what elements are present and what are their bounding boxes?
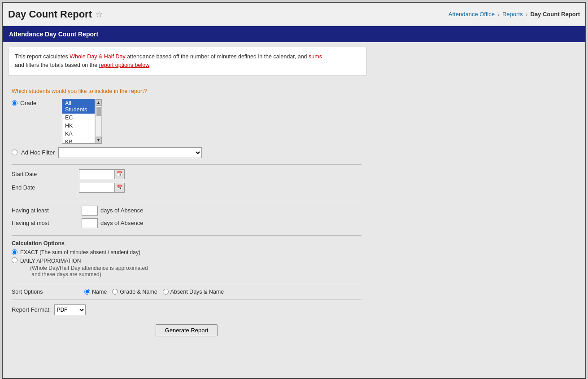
desc-highlight-2: sums [309, 53, 322, 60]
sort-grade-name-option: Grade & Name [112, 289, 157, 295]
desc-text-2: attendance based off the number of minut… [126, 53, 309, 60]
calc-section: Calculation Options EXACT (The sum of mi… [12, 236, 362, 284]
sort-absent-name-option: Absent Days & Name [163, 289, 224, 295]
format-row: Report Format: PDF CSV HTML [12, 304, 362, 315]
start-date-input[interactable] [79, 169, 115, 179]
desc-highlight-3: report options below [99, 62, 149, 68]
breadcrumb-sep-1: › [497, 10, 500, 18]
having-at-least-label: Having at least [12, 207, 79, 214]
end-date-input[interactable] [79, 183, 115, 193]
daily-approx-sub: (Whole Day/Half Day attendance is approx… [30, 265, 148, 278]
scroll-track [96, 106, 102, 137]
adhoc-radio[interactable] [12, 150, 17, 155]
grade-listbox-wrapper: All Students EC HK KA KB ▲ ▼ [62, 99, 102, 144]
end-date-calendar-btn[interactable]: 📅 [115, 183, 125, 193]
list-item[interactable]: EC [62, 114, 95, 122]
having-at-most-row: Having at most days of Absence [12, 218, 362, 228]
having-at-least-input[interactable] [82, 206, 98, 216]
daily-approx-radio[interactable] [12, 257, 17, 263]
exact-label[interactable]: EXACT (The sum of minutes absent / stude… [20, 249, 140, 256]
grade-radio-label[interactable]: Grade [20, 100, 36, 106]
start-date-calendar-btn[interactable]: 📅 [115, 169, 125, 179]
desc-text-4: . [149, 62, 151, 68]
having-at-least-suffix: days of Absence [100, 207, 143, 214]
having-at-most-label: Having at most [12, 220, 79, 226]
adhoc-radio-label[interactable]: Ad Hoc Filter [21, 149, 55, 156]
description-box: This report calculates Whole Day & Half … [8, 47, 367, 75]
form-area: Which students would you like to include… [3, 80, 370, 345]
sort-row: Sort Options Name Grade & Name Absent Da… [12, 289, 362, 295]
scroll-thumb [96, 107, 101, 116]
generate-report-button[interactable]: Generate Report [156, 324, 218, 336]
student-selection-section: Which students would you like to include… [12, 84, 362, 165]
scroll-down-btn[interactable]: ▼ [96, 137, 102, 143]
sort-name-radio[interactable] [84, 289, 90, 295]
daily-approx-label[interactable]: DAILY APPROXIMATION [20, 258, 81, 264]
grade-radio[interactable] [12, 100, 17, 106]
star-icon[interactable]: ☆ [96, 9, 103, 19]
breadcrumb-current: Day Count Report [531, 11, 580, 18]
outer-border: Day Count Report ☆ Attendance Office › R… [2, 2, 586, 379]
breadcrumb: Attendance Office › Reports › Day Count … [449, 10, 580, 18]
generate-area: Generate Report [12, 324, 362, 336]
format-select[interactable]: PDF CSV HTML [54, 304, 86, 315]
format-label: Report Format: [12, 306, 51, 313]
having-at-most-input[interactable] [82, 218, 98, 228]
exact-radio[interactable] [12, 249, 17, 255]
listbox-scrollbar[interactable]: ▲ ▼ [95, 99, 102, 143]
list-item[interactable]: All Students [62, 99, 95, 114]
breadcrumb-reports[interactable]: Reports [502, 11, 523, 18]
date-section: Start Date 📅 End Date 📅 [12, 165, 362, 201]
page-title-area: Day Count Report ☆ [8, 9, 103, 20]
sort-options-label: Sort Options [12, 289, 79, 295]
having-at-most-suffix: days of Absence [100, 220, 143, 226]
section-header: Attendance Day Count Report [3, 26, 585, 42]
list-item[interactable]: HK [62, 122, 95, 130]
start-date-label: Start Date [12, 171, 79, 177]
grade-label-area: Grade [12, 100, 57, 106]
end-date-label: End Date [12, 185, 79, 191]
sort-absent-radio[interactable] [163, 289, 169, 295]
desc-text-1: This report calculates [15, 53, 70, 60]
exact-option: EXACT (The sum of minutes absent / stude… [12, 249, 362, 256]
page-header: Day Count Report ☆ Attendance Office › R… [3, 3, 585, 26]
sort-name-label[interactable]: Name [92, 289, 107, 295]
end-date-row: End Date 📅 [12, 183, 362, 193]
sort-section: Sort Options Name Grade & Name Absent Da… [12, 284, 362, 300]
scroll-up-btn[interactable]: ▲ [96, 99, 102, 106]
list-item[interactable]: KA [62, 130, 95, 138]
having-section: Having at least days of Absence Having a… [12, 201, 362, 236]
having-at-least-row: Having at least days of Absence [12, 206, 362, 216]
sort-name-option: Name [84, 289, 107, 295]
sort-grade-radio[interactable] [112, 289, 118, 295]
desc-highlight-1: Whole Day & Half Day [70, 53, 125, 60]
section-question: Which students would you like to include… [12, 88, 362, 94]
breadcrumb-sep-2: › [526, 10, 528, 18]
list-item[interactable]: KB [62, 138, 95, 144]
desc-text-3: and filters the totals based on the [15, 62, 99, 68]
daily-approx-option: DAILY APPROXIMATION (Whole Day/Half Day … [12, 257, 362, 278]
adhoc-row: Ad Hoc Filter [12, 147, 362, 158]
sort-absent-name-label[interactable]: Absent Days & Name [170, 289, 224, 295]
page-title: Day Count Report [8, 9, 92, 20]
grade-row: Grade All Students EC HK KA KB ▲ [12, 99, 362, 144]
sort-grade-name-label[interactable]: Grade & Name [120, 289, 157, 295]
calc-section-label: Calculation Options [12, 240, 362, 247]
adhoc-select[interactable] [58, 147, 202, 158]
breadcrumb-attendance[interactable]: Attendance Office [449, 11, 495, 18]
start-date-row: Start Date 📅 [12, 169, 362, 179]
